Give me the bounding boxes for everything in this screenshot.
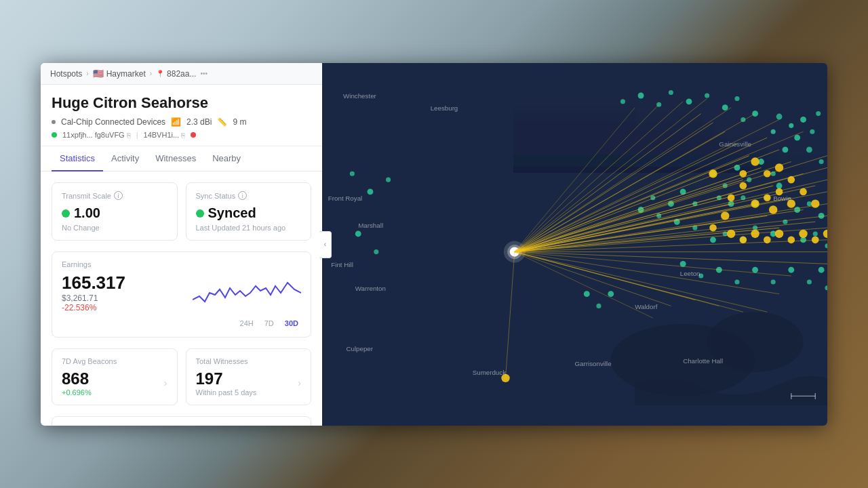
svg-point-44	[710, 237, 716, 243]
svg-point-19	[705, 93, 709, 98]
hotspot-ids: 11xpfjh... fg8uVFG ⎘ | 14BVH1i... ⎘	[52, 131, 311, 139]
breadcrumb: Hotspots › 🇺🇸 Haymarket › 📍 882aa... •••	[41, 63, 322, 85]
time-7d[interactable]: 7D	[262, 318, 277, 329]
svg-point-138	[787, 176, 795, 184]
transmit-scale-info-icon[interactable]: i	[114, 191, 123, 200]
svg-text:Culpeper: Culpeper	[346, 345, 373, 352]
tab-activity[interactable]: Activity	[103, 146, 147, 171]
meta-dot	[52, 120, 56, 124]
transmit-scale-sub: No Change	[62, 224, 167, 232]
svg-point-62	[788, 267, 794, 273]
breadcrumb-sep-1: ›	[86, 70, 88, 77]
avg-beacons-change: +0.696%	[62, 388, 92, 396]
svg-point-49	[783, 220, 787, 224]
svg-text:Sumerduck: Sumerduck	[473, 369, 506, 376]
sync-status-value: Synced	[196, 205, 302, 221]
svg-point-146	[787, 237, 795, 244]
avg-beacons-left: 868 +0.696%	[62, 369, 92, 396]
svg-point-139	[721, 211, 729, 220]
collapse-panel-button[interactable]: ‹	[319, 231, 332, 258]
svg-point-51	[807, 201, 812, 206]
svg-point-69	[355, 231, 361, 237]
svg-point-66	[350, 171, 355, 176]
earnings-label: Earnings	[62, 260, 301, 268]
total-witnesses-card: Total Witnesses 197 Within past 5 days ›	[186, 348, 312, 405]
main-container: Hotspots › 🇺🇸 Haymarket › 📍 882aa... •••…	[41, 63, 827, 426]
svg-point-53	[813, 231, 818, 236]
sync-green-dot	[196, 209, 204, 218]
map-svg: Winchester Leesburg Front Royal Marshall…	[322, 63, 827, 426]
svg-point-14	[620, 99, 625, 104]
svg-point-133	[811, 199, 819, 207]
map-area[interactable]: Winchester Leesburg Front Royal Marshall…	[322, 63, 827, 426]
svg-point-136	[764, 170, 771, 178]
svg-point-8	[789, 123, 793, 128]
address-item[interactable]: 11xpfjh... fg8uVFG ⎘	[62, 131, 131, 139]
breadcrumb-hotspots[interactable]: Hotspots	[50, 69, 82, 79]
svg-text:Leesburg: Leesburg	[431, 104, 458, 112]
earnings-left: 165.317 $3,261.71 -22.536%	[62, 272, 193, 312]
svg-point-72	[596, 304, 601, 308]
id-item[interactable]: 14BVH1i... ⎘	[144, 131, 186, 139]
svg-text:Front Royal: Front Royal	[328, 195, 362, 202]
online-indicator	[52, 132, 57, 138]
avg-beacons-value: 868	[62, 369, 92, 388]
svg-point-143	[751, 230, 759, 238]
svg-point-73	[608, 291, 614, 297]
load-checklist-button[interactable]: Load checklist ∨	[52, 416, 311, 426]
svg-text:Bowie: Bowie	[773, 195, 791, 202]
left-panel: Hotspots › 🇺🇸 Haymarket › 📍 882aa... •••…	[41, 63, 322, 426]
svg-point-71	[584, 291, 590, 297]
manufacturer-label: Cal-Chip Connected Devices	[61, 117, 165, 127]
svg-point-11	[806, 146, 812, 152]
haymarket-label: Haymarket	[106, 69, 146, 79]
svg-point-22	[752, 110, 758, 117]
svg-point-30	[776, 183, 783, 189]
svg-point-17	[669, 90, 673, 95]
svg-point-144	[764, 237, 771, 244]
svg-point-63	[807, 279, 812, 284]
earnings-row: 165.317 $3,261.71 -22.536%	[62, 272, 301, 312]
stats-content: Transmit Scale i 1.00 No Change Sync Sta…	[41, 171, 322, 426]
hotspot-meta: Cal-Chip Connected Devices 📶 2.3 dBi 📏 9…	[52, 117, 311, 127]
svg-point-9	[776, 114, 783, 120]
svg-point-134	[740, 170, 747, 178]
transmit-scale-card: Transmit Scale i 1.00 No Change	[52, 182, 178, 241]
avg-beacons-arrow[interactable]: ›	[164, 378, 167, 388]
svg-point-56	[680, 261, 686, 267]
svg-point-135	[751, 157, 759, 165]
sync-status-card: Sync Status i Synced Last Updated 21 hou…	[186, 182, 312, 241]
breadcrumb-device[interactable]: 📍 882aa...	[156, 69, 196, 79]
hotspot-header: Huge Citron Seahorse Cal-Chip Connected …	[41, 85, 322, 146]
svg-point-140	[709, 224, 717, 232]
time-30d[interactable]: 30D	[282, 318, 301, 329]
total-witnesses-arrow[interactable]: ›	[298, 378, 301, 388]
svg-point-41	[656, 214, 661, 218]
svg-point-52	[818, 213, 825, 219]
transmit-scale-value: 1.00	[62, 205, 167, 221]
sync-status-info-icon[interactable]: i	[238, 191, 247, 200]
breadcrumb-haymarket[interactable]: 🇺🇸 Haymarket	[93, 68, 146, 79]
total-witnesses-left: 197 Within past 5 days	[196, 369, 257, 396]
svg-text:Waldorf: Waldorf	[635, 303, 658, 310]
time-24h[interactable]: 24H	[237, 318, 256, 329]
svg-text:Garrisonville: Garrisonville	[575, 360, 612, 367]
svg-point-15	[638, 93, 644, 99]
svg-point-70	[374, 249, 378, 254]
svg-text:Winchester: Winchester	[343, 92, 377, 100]
svg-point-10	[771, 129, 776, 134]
tab-nearby[interactable]: Nearby	[204, 146, 249, 171]
tab-statistics[interactable]: Statistics	[52, 146, 103, 171]
tab-witnesses[interactable]: Witnesses	[147, 146, 204, 171]
total-witnesses-row: 197 Within past 5 days ›	[196, 369, 302, 396]
svg-text:Gainesville: Gainesville	[719, 140, 751, 148]
svg-point-4	[800, 117, 806, 123]
svg-point-128	[764, 194, 771, 201]
bottom-stats-row: 7D Avg Beacons 868 +0.696% › Total Witne…	[52, 348, 311, 405]
svg-point-68	[386, 178, 391, 182]
svg-text:Marshall: Marshall	[358, 222, 383, 229]
earnings-card: Earnings 165.317 $3,261.71 -22.536%	[52, 251, 311, 338]
tab-bar: Statistics Activity Witnesses Nearby	[41, 146, 322, 171]
svg-point-20	[722, 104, 728, 110]
id-short: 14BVH1i...	[144, 131, 180, 139]
